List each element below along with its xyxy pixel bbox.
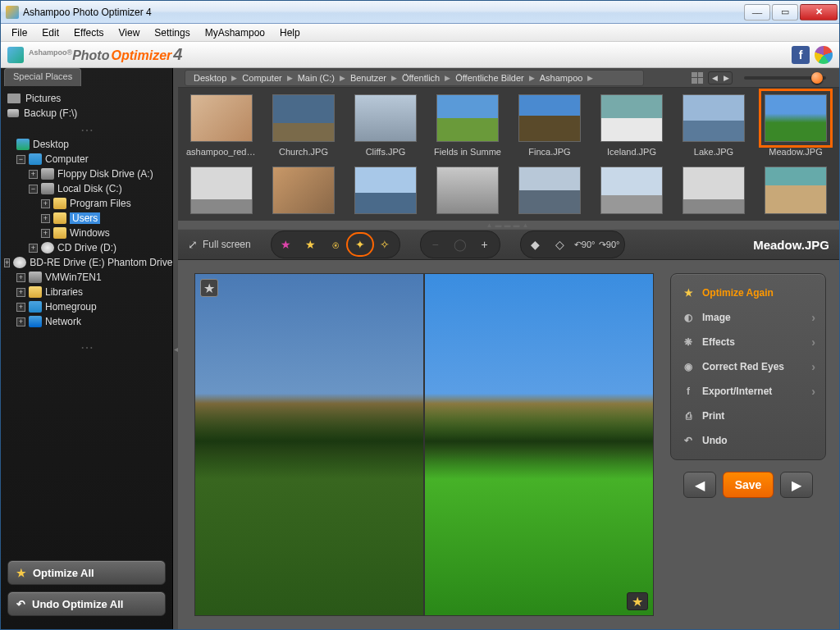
action-export-internet[interactable]: fExport/Internet› bbox=[676, 379, 820, 404]
tree-item[interactable]: +Floppy Disk Drive (A:) bbox=[1, 167, 172, 181]
thumbnail[interactable]: ashampoo_red_... bbox=[186, 94, 257, 157]
tree-toggle[interactable]: + bbox=[41, 199, 50, 208]
maximize-button[interactable] bbox=[772, 4, 798, 21]
view-grid-icon[interactable] bbox=[692, 72, 703, 84]
special-places-tab[interactable]: Special Places bbox=[4, 68, 81, 86]
menu-file[interactable]: File bbox=[4, 25, 34, 40]
thumbnail[interactable] bbox=[678, 167, 749, 214]
picasa-icon[interactable] bbox=[815, 46, 833, 64]
star-half-button[interactable]: ⍟ bbox=[323, 234, 348, 255]
action-image[interactable]: ◐Image› bbox=[676, 305, 820, 330]
thumbnail[interactable]: Cliffs.JPG bbox=[350, 94, 421, 157]
save-button[interactable]: Save bbox=[723, 472, 774, 498]
rotate-left-button[interactable]: ↶90° bbox=[573, 234, 597, 255]
tree-toggle[interactable]: + bbox=[29, 170, 38, 179]
favorite-toggle[interactable]: ★ bbox=[200, 279, 218, 297]
special-place-item[interactable]: Pictures bbox=[7, 91, 166, 106]
menu-effects[interactable]: Effects bbox=[66, 25, 111, 40]
action-print[interactable]: ⎙Print bbox=[676, 404, 820, 428]
tree-toggle[interactable]: + bbox=[16, 273, 25, 282]
thumbnail[interactable]: Fields in Summe bbox=[432, 94, 503, 157]
tree-item[interactable]: +Program Files bbox=[1, 196, 172, 211]
prev-image-button[interactable]: ◀ bbox=[683, 472, 716, 498]
thumbnail[interactable]: Lake.JPG bbox=[678, 94, 749, 157]
action-effects[interactable]: ❋Effects› bbox=[676, 330, 820, 354]
thumbnail-resize-handle[interactable] bbox=[178, 221, 839, 229]
thumbnail[interactable] bbox=[596, 167, 667, 214]
facebook-icon[interactable]: f bbox=[792, 46, 810, 64]
star-grey-button[interactable]: ★ bbox=[274, 234, 299, 255]
star-alt-button[interactable]: ✧ bbox=[372, 234, 397, 255]
tree-toggle[interactable]: − bbox=[29, 185, 38, 194]
menu-view[interactable]: View bbox=[112, 25, 148, 40]
thumbnail[interactable] bbox=[186, 167, 257, 214]
star-compare-button[interactable]: ✦ bbox=[348, 234, 372, 255]
thumbnail[interactable]: Meadow.JPG bbox=[760, 94, 831, 157]
special-place-item[interactable]: Backup (F:\) bbox=[7, 106, 166, 121]
undo-optimize-all-button[interactable]: ↶Undo Optimize All bbox=[7, 591, 166, 616]
tree-toggle[interactable]: + bbox=[16, 288, 25, 297]
breadcrumb-segment[interactable]: Ashampoo bbox=[535, 73, 588, 83]
slider-thumb[interactable] bbox=[811, 72, 823, 84]
breadcrumb-segment[interactable]: Öffentliche Bilder bbox=[450, 73, 529, 83]
sidebar-resize-handle[interactable] bbox=[1, 343, 172, 351]
tree-item[interactable]: +VMWin7EN1 bbox=[1, 270, 172, 285]
sidebar-resize-handle[interactable] bbox=[1, 126, 172, 134]
optimize-all-button[interactable]: ★Optimize All bbox=[7, 560, 166, 585]
breadcrumb-segment[interactable]: Computer bbox=[237, 73, 286, 83]
star-gold-button[interactable]: ★ bbox=[299, 234, 323, 255]
rotate-right-button[interactable]: ↷90° bbox=[597, 234, 622, 255]
tree-toggle[interactable]: + bbox=[4, 258, 10, 267]
tree-toggle[interactable]: + bbox=[41, 214, 50, 223]
preview-image[interactable]: ★ bbox=[194, 273, 654, 616]
breadcrumb-segment[interactable]: Benutzer bbox=[345, 73, 391, 83]
tree-item[interactable]: −Computer bbox=[1, 152, 172, 167]
next-image-button[interactable]: ▶ bbox=[780, 472, 813, 498]
thumbnail[interactable] bbox=[760, 167, 831, 214]
menu-help[interactable]: Help bbox=[272, 25, 308, 40]
flip-v-button[interactable]: ◇ bbox=[548, 234, 573, 255]
thumbnail[interactable]: Iceland.JPG bbox=[596, 94, 667, 157]
nav-back-button[interactable]: ◀ bbox=[709, 72, 720, 84]
tree-toggle[interactable]: + bbox=[29, 244, 38, 253]
thumbnail-zoom-slider[interactable] bbox=[744, 76, 826, 80]
tree-item[interactable]: +Windows bbox=[1, 226, 172, 240]
menu-myashampoo[interactable]: MyAshampoo bbox=[198, 25, 272, 40]
tree-toggle[interactable]: − bbox=[16, 155, 25, 164]
zoom-fit-button[interactable]: ◯ bbox=[448, 234, 472, 255]
zoom-in-button[interactable]: + bbox=[472, 234, 497, 255]
tree-item[interactable]: +Network bbox=[1, 314, 172, 329]
action-optimize-again[interactable]: ★Optimize Again bbox=[676, 281, 820, 305]
action-undo[interactable]: ↶Undo bbox=[676, 428, 820, 453]
minimize-button[interactable] bbox=[744, 4, 770, 21]
thumbnail[interactable]: Finca.JPG bbox=[514, 94, 585, 157]
fullscreen-button[interactable]: ⤢Full screen bbox=[188, 238, 251, 251]
titlebar[interactable]: Ashampoo Photo Optimizer 4 bbox=[1, 1, 839, 24]
tree-item[interactable]: −Local Disk (C:) bbox=[1, 181, 172, 196]
zoom-out-button[interactable]: − bbox=[423, 234, 448, 255]
breadcrumb-segment[interactable]: Desktop bbox=[189, 73, 231, 83]
tree-item[interactable]: +CD Drive (D:) bbox=[1, 240, 172, 255]
thumbnail[interactable] bbox=[432, 167, 503, 214]
tree-toggle[interactable]: + bbox=[16, 303, 25, 312]
thumbnail[interactable] bbox=[268, 167, 339, 214]
thumbnail[interactable] bbox=[350, 167, 421, 214]
optimize-badge[interactable] bbox=[627, 592, 648, 610]
breadcrumb-segment[interactable]: Öffentlich bbox=[397, 73, 445, 83]
action-correct-red-eyes[interactable]: ◉Correct Red Eyes› bbox=[676, 354, 820, 379]
tree-item[interactable]: Desktop bbox=[1, 137, 172, 152]
breadcrumb-segment[interactable]: Main (C:) bbox=[293, 73, 340, 83]
menu-settings[interactable]: Settings bbox=[147, 25, 197, 40]
tree-toggle[interactable]: + bbox=[16, 317, 25, 326]
thumbnail[interactable]: Church.JPG bbox=[268, 94, 339, 157]
flip-h-button[interactable]: ◆ bbox=[523, 234, 548, 255]
nav-forward-button[interactable]: ▶ bbox=[720, 72, 732, 84]
tree-item[interactable]: +BD-RE Drive (E:) Phantom Drive bbox=[1, 255, 172, 270]
thumbnail[interactable] bbox=[514, 167, 585, 214]
tree-item[interactable]: +Homegroup bbox=[1, 299, 172, 314]
tree-item[interactable]: +Libraries bbox=[1, 285, 172, 299]
tree-item[interactable]: +Users bbox=[1, 211, 172, 226]
tree-toggle[interactable]: + bbox=[41, 229, 50, 238]
close-button[interactable] bbox=[800, 4, 838, 21]
menu-edit[interactable]: Edit bbox=[34, 25, 66, 40]
